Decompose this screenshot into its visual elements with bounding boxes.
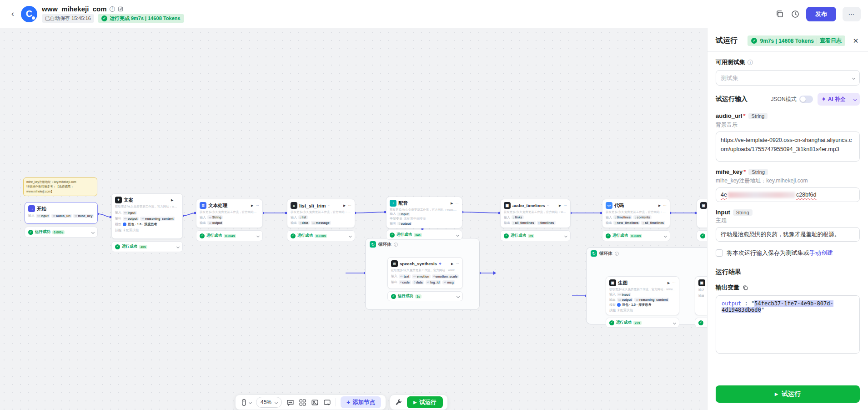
- output-box[interactable]: output : "54fecb37-1fe7-4e9b-807d-4d1948…: [716, 295, 860, 354]
- node-title: 代码: [614, 202, 624, 209]
- pointer-mode-button[interactable]: [240, 399, 251, 406]
- node-play-button[interactable]: ▶: [343, 204, 346, 208]
- node-more-button[interactable]: ⋯: [348, 204, 352, 208]
- view-log-link[interactable]: 查看日志: [820, 37, 842, 45]
- node-dubbing[interactable]: ♪配音 ▶⋯ 获取更多/永久免费更新工作流，官方网站：www.mihekeji.…: [386, 197, 462, 228]
- node-title: list_sli_trim: [299, 203, 326, 208]
- node-speech-status[interactable]: ✓运行成功1s: [387, 291, 463, 301]
- history-icon[interactable]: [791, 10, 800, 19]
- node-play-button[interactable]: ▶: [451, 202, 453, 205]
- chevron-down-icon[interactable]: [564, 234, 567, 237]
- ai-complete-button[interactable]: ✦AI 补全: [818, 93, 860, 106]
- audio-url-textarea[interactable]: https://ve-template-0920.oss-cn-shanghai…: [716, 132, 860, 162]
- node-image-gen[interactable]: ▣生图 ▶⋯ 获取更多/永久免费更新工作流，官方网站：www.mihekeji.…: [606, 276, 679, 315]
- node-play-button[interactable]: ▶: [171, 198, 173, 202]
- testset-select[interactable]: [716, 70, 860, 86]
- var-tag: []timelines: [537, 221, 556, 225]
- save-testset-checkbox[interactable]: [716, 249, 723, 257]
- copy-icon[interactable]: [743, 285, 748, 291]
- node-start[interactable]: →开始 输入 strinput straudio_url strmihe_key: [25, 202, 98, 224]
- node-play-button[interactable]: ▶: [559, 204, 561, 208]
- node-dubbing-status[interactable]: ✓运行成功34s: [386, 230, 462, 240]
- node-partial-right-status[interactable]: ✓: [697, 230, 707, 241]
- row-label: 输出: [609, 298, 616, 302]
- node-partial-right[interactable]: ▣: [697, 199, 707, 228]
- chevron-down-icon[interactable]: [456, 233, 459, 236]
- node-code-status[interactable]: ✓运行成功0.030s: [602, 230, 670, 241]
- zoom-select[interactable]: 45%: [256, 397, 282, 408]
- back-button[interactable]: ‹: [7, 9, 18, 20]
- testset-input[interactable]: [721, 75, 853, 81]
- output-colon: :: [741, 300, 751, 307]
- chevron-down-icon[interactable]: [349, 234, 352, 237]
- node-listtrim-status[interactable]: ✓运行成功0.078s: [287, 230, 355, 241]
- node-image-gen-status[interactable]: ✓运行成功27s: [606, 318, 679, 328]
- close-icon[interactable]: ✕: [852, 37, 860, 45]
- node-more-button[interactable]: ⋯: [564, 204, 567, 208]
- node-more-button[interactable]: ⋯: [256, 204, 260, 208]
- run-status-badge[interactable]: ✓运行完成 9m7s | 14608 Tokens: [98, 14, 184, 23]
- publish-button[interactable]: 发布: [806, 7, 836, 21]
- row-label: 输出: [115, 216, 121, 221]
- node-speech-synthesis[interactable]: ≋speech_synthesis❖ ▶⋯ 获取更多/永久免费更新工作流，官方网…: [387, 257, 463, 289]
- node-more-button[interactable]: ⋯: [456, 202, 459, 205]
- node-code[interactable]: </>代码 ▶⋯ 获取更多/永久免费更新工作流，官方网站：www.mihekej…: [602, 199, 670, 228]
- node-more-button[interactable]: ⋯: [456, 262, 460, 266]
- input-field[interactable]: 行动是治愈恐惧的良药，犹豫才是羞耻的根源。: [716, 227, 860, 242]
- info-icon[interactable]: i: [748, 60, 753, 65]
- node-textprocess-status[interactable]: ✓运行成功0.004s: [196, 230, 263, 241]
- mihe-key-input[interactable]: 4e c28bf6d: [716, 187, 860, 202]
- json-mode-toggle[interactable]: [799, 96, 813, 103]
- row-label: 模型: [609, 303, 616, 307]
- node-partial-loop2[interactable]: ▣ 输入 输出: [695, 276, 707, 315]
- run-button-panel[interactable]: ▶试运行: [716, 385, 860, 403]
- field-desc: 主题: [716, 217, 860, 224]
- ai-complete-dropdown[interactable]: [850, 93, 860, 106]
- chevron-down-icon[interactable]: [664, 234, 667, 237]
- chevron-down-icon[interactable]: [673, 321, 676, 324]
- add-node-button[interactable]: +添加节点: [341, 396, 381, 408]
- chevron-down-icon[interactable]: [176, 245, 180, 248]
- node-textprocess[interactable]: ≣文本处理 ▶⋯ 获取更多/永久免费更新工作流，官方网站：www.mihekej…: [196, 199, 263, 228]
- var-tag: #emotion_scale: [432, 274, 459, 278]
- node-play-button[interactable]: ▶: [251, 204, 253, 208]
- info-icon[interactable]: i: [110, 6, 115, 12]
- workflow-canvas[interactable]: mihe_key注册地址：key.mihekeji.com 详细操作教程请参考：…: [0, 28, 707, 410]
- play-icon: ▶: [413, 400, 416, 405]
- more-button[interactable]: ⋯: [843, 7, 861, 21]
- chevron-down-icon[interactable]: [457, 294, 460, 298]
- export-image-icon[interactable]: [311, 399, 319, 406]
- node-copywriting[interactable]: ✦文案 ▶⋯ 获取更多/永久免费更新工作流，官方网站：www.mihekeji.…: [111, 193, 183, 239]
- node-partial-loop2-status[interactable]: ✓: [695, 318, 707, 328]
- edit-icon[interactable]: [118, 6, 124, 12]
- status-text: 运行成功: [612, 233, 628, 238]
- node-play-button[interactable]: ▶: [658, 204, 661, 208]
- node-more-button[interactable]: ⋯: [672, 281, 676, 285]
- chevron-down-icon[interactable]: [256, 234, 260, 237]
- node-play-button[interactable]: ▶: [451, 262, 453, 266]
- duration-badge: 34s: [414, 233, 422, 237]
- frame-select-icon[interactable]: [323, 399, 331, 406]
- var-tag: []new_timelines: [613, 221, 640, 225]
- node-audio-timelines-status[interactable]: ✓运行成功2s: [500, 230, 571, 241]
- node-copywriting-status[interactable]: ✓运行成功46s: [111, 241, 183, 252]
- duplicate-icon[interactable]: [775, 10, 784, 19]
- comment-icon[interactable]: [286, 399, 294, 406]
- var-tag: strtext: [399, 274, 411, 278]
- chevron-down-icon[interactable]: [91, 230, 95, 233]
- run-button-toolbar[interactable]: ▶试运行: [407, 396, 442, 408]
- auto-layout-icon[interactable]: [299, 399, 306, 406]
- node-more-button[interactable]: ⋯: [176, 198, 180, 202]
- success-icon: ✓: [200, 233, 205, 238]
- node-title: 文案: [124, 197, 133, 203]
- duration-badge: 27s: [633, 321, 642, 325]
- node-start-status[interactable]: ✓运行成功0.000s: [25, 227, 98, 238]
- sticky-note[interactable]: mihe_key注册地址：key.mihekeji.com 详细操作教程请参考：…: [23, 177, 97, 196]
- node-more-button[interactable]: ⋯: [663, 204, 667, 208]
- manual-create-link[interactable]: 手动创建: [809, 249, 833, 256]
- node-audio-timelines[interactable]: ▦audio_timelines≡ ▶⋯ 获取更多/永久免费更新工作流，官方网站…: [500, 199, 571, 228]
- node-listtrim[interactable]: {}list_sli_trim≡ ▶⋯ 获取更多/永久免费更新工作流，官方网站：…: [287, 199, 355, 228]
- node-play-button[interactable]: ▶: [667, 281, 670, 285]
- row-label: 输入: [391, 274, 397, 278]
- wrench-icon[interactable]: [395, 399, 402, 406]
